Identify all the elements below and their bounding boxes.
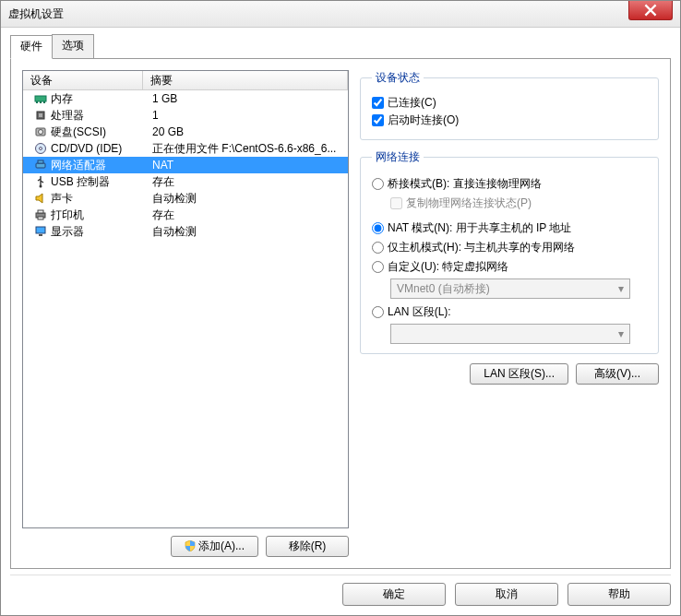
svg-rect-14: [38, 210, 43, 213]
remove-device-button[interactable]: 移除(R): [266, 536, 349, 557]
table-row[interactable]: 显示器自动检测: [23, 223, 348, 240]
svg-rect-15: [38, 217, 43, 219]
table-row[interactable]: USB 控制器存在: [23, 173, 348, 190]
device-label: 处理器: [49, 108, 145, 124]
display-icon: [23, 225, 49, 238]
close-icon: [644, 4, 657, 17]
replicate-checkbox-row: 复制物理网络连接状态(P): [390, 195, 647, 211]
chevron-down-icon: ▾: [618, 282, 624, 295]
device-summary: 正在使用文件 F:\CentOS-6.6-x86_6...: [145, 141, 348, 157]
tab-panel-hardware: 设备 摘要 内存1 GB处理器1硬盘(SCSI)20 GBCD/DVD (IDE…: [10, 58, 671, 569]
network-connection-legend: 网络连接: [372, 149, 424, 165]
col-summary[interactable]: 摘要: [143, 71, 348, 89]
device-label: 内存: [49, 91, 145, 107]
lan-combo-wrap: ▾: [390, 324, 647, 344]
device-label: 显示器: [49, 224, 145, 240]
device-summary: 自动检测: [145, 224, 348, 240]
settings-column: 设备状态 已连接(C) 启动时连接(O) 网络连接 桥接模式(B): 直接连接物: [360, 70, 659, 557]
dialog-footer: 确定 取消 帮助: [10, 575, 671, 606]
device-summary: 1: [145, 109, 348, 122]
custom-label: 自定义(U): 特定虚拟网络: [388, 259, 508, 275]
custom-radio-row[interactable]: 自定义(U): 特定虚拟网络: [372, 259, 647, 275]
custom-combo-wrap: VMnet0 (自动桥接) ▾: [390, 278, 647, 299]
table-row[interactable]: 硬盘(SCSI)20 GB: [23, 124, 348, 140]
chevron-down-icon: ▾: [618, 327, 624, 340]
tab-hardware[interactable]: 硬件: [10, 35, 53, 59]
nat-radio[interactable]: [372, 222, 384, 234]
nat-label: NAT 模式(N): 用于共享主机的 IP 地址: [388, 220, 571, 236]
svg-point-9: [40, 148, 42, 150]
device-summary: 存在: [145, 207, 348, 223]
memory-icon: [23, 92, 49, 105]
connect-poweron-label: 启动时连接(O): [388, 113, 459, 128]
hostonly-radio[interactable]: [372, 242, 384, 254]
close-button[interactable]: [628, 1, 673, 20]
svg-point-12: [40, 185, 42, 188]
bridged-label: 桥接模式(B): 直接连接物理网络: [388, 176, 542, 192]
device-summary: 存在: [145, 174, 348, 190]
network-connection-group: 网络连接 桥接模式(B): 直接连接物理网络 复制物理网络连接状态(P) NAT…: [360, 149, 659, 354]
table-row[interactable]: CD/DVD (IDE)正在使用文件 F:\CentOS-6.6-x86_6..…: [23, 140, 348, 157]
svg-rect-2: [40, 101, 42, 103]
hostonly-label: 仅主机模式(H): 与主机共享的专用网络: [388, 240, 575, 255]
table-row[interactable]: 内存1 GB: [23, 90, 348, 107]
svg-rect-16: [36, 227, 45, 233]
sound-icon: [23, 192, 49, 205]
connect-poweron-checkbox[interactable]: [372, 114, 384, 126]
lan-segments-button[interactable]: LAN 区段(S)...: [470, 363, 568, 385]
bridged-radio[interactable]: [372, 178, 384, 190]
right-buttons: LAN 区段(S)... 高级(V)...: [360, 363, 659, 385]
printer-icon: [23, 208, 49, 221]
cpu-icon: [23, 109, 49, 122]
connected-label: 已连接(C): [388, 95, 436, 111]
hostonly-radio-row[interactable]: 仅主机模式(H): 与主机共享的专用网络: [372, 240, 647, 255]
lan-segment-combo: ▾: [390, 324, 630, 344]
svg-rect-1: [36, 101, 38, 103]
custom-radio[interactable]: [372, 261, 384, 273]
connected-checkbox[interactable]: [372, 97, 384, 109]
connected-checkbox-row[interactable]: 已连接(C): [372, 95, 647, 111]
device-buttons: 添加(A)... 移除(R): [22, 536, 349, 557]
connect-poweron-row[interactable]: 启动时连接(O): [372, 113, 647, 128]
svg-rect-11: [38, 160, 43, 163]
device-summary: 20 GB: [145, 125, 348, 138]
table-row[interactable]: 网络适配器NAT: [23, 157, 348, 173]
vm-settings-window: 虚拟机设置 硬件 选项 设备 摘要 内存1 GB处理器1硬盘(SCSI)20 G…: [0, 0, 681, 616]
add-device-button[interactable]: 添加(A)...: [171, 536, 258, 557]
dialog-body: 硬件 选项 设备 摘要 内存1 GB处理器1硬盘(SCSI)20 GBCD/DV…: [1, 27, 680, 615]
ok-button[interactable]: 确定: [342, 583, 446, 606]
device-table: 设备 摘要 内存1 GB处理器1硬盘(SCSI)20 GBCD/DVD (IDE…: [22, 70, 349, 528]
col-device[interactable]: 设备: [23, 71, 143, 89]
advanced-button[interactable]: 高级(V)...: [576, 363, 659, 385]
table-row[interactable]: 处理器1: [23, 107, 348, 124]
table-row[interactable]: 声卡自动检测: [23, 190, 348, 207]
help-button[interactable]: 帮助: [568, 583, 671, 606]
device-state-legend: 设备状态: [372, 70, 424, 86]
table-row[interactable]: 打印机存在: [23, 207, 348, 223]
device-label: 打印机: [49, 207, 145, 223]
device-label: 硬盘(SCSI): [49, 124, 145, 140]
add-device-label: 添加(A)...: [198, 539, 245, 552]
nat-radio-row[interactable]: NAT 模式(N): 用于共享主机的 IP 地址: [372, 220, 647, 236]
svg-rect-10: [36, 163, 45, 168]
lan-radio-row[interactable]: LAN 区段(L):: [372, 304, 647, 320]
custom-combo-value: VMnet0 (自动桥接): [397, 281, 490, 297]
custom-network-combo: VMnet0 (自动桥接) ▾: [390, 278, 630, 299]
device-label: 网络适配器: [49, 158, 145, 173]
cancel-button[interactable]: 取消: [455, 583, 558, 606]
svg-point-7: [39, 130, 43, 135]
uac-shield-icon: [185, 540, 196, 551]
lan-label: LAN 区段(L):: [388, 304, 451, 320]
bridged-radio-row[interactable]: 桥接模式(B): 直接连接物理网络: [372, 176, 647, 192]
device-table-header: 设备 摘要: [23, 71, 348, 90]
lan-radio[interactable]: [372, 306, 384, 318]
svg-rect-0: [35, 96, 46, 101]
replicate-label: 复制物理网络连接状态(P): [406, 195, 532, 211]
device-label: USB 控制器: [49, 174, 145, 190]
hdd-icon: [23, 125, 49, 138]
device-summary: NAT: [145, 159, 348, 172]
svg-rect-5: [39, 113, 42, 117]
device-summary: 自动检测: [145, 191, 348, 207]
network-icon: [23, 159, 49, 172]
tab-options[interactable]: 选项: [52, 34, 94, 58]
